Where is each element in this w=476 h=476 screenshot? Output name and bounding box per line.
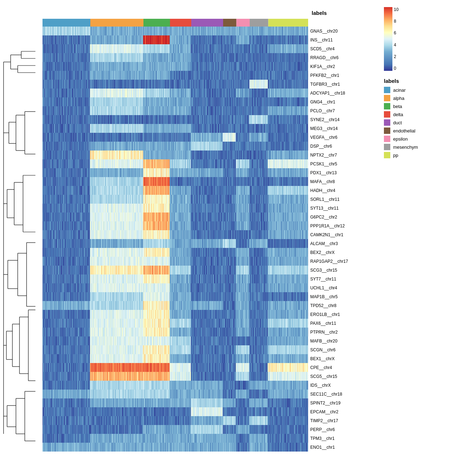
gene-label: PTPRN__chr2 bbox=[310, 330, 348, 334]
gene-label: EPCAM__chr2 bbox=[310, 410, 348, 414]
gene-label: TPD52__chr8 bbox=[310, 304, 348, 308]
legend-item: mesenchym bbox=[384, 144, 476, 150]
gene-label: INS__chr11 bbox=[310, 38, 348, 42]
colorbar-section: 1086420 bbox=[384, 7, 476, 71]
gene-label: CPE__chr4 bbox=[310, 366, 348, 370]
gene-label: TIMP2__chr17 bbox=[310, 419, 348, 423]
legend-item: epsilon bbox=[384, 136, 476, 142]
gene-label: SYNE2__chr14 bbox=[310, 118, 348, 122]
right-panel: 1086420 labels acinaralphabetadeltaducte… bbox=[377, 0, 476, 476]
gene-label: PPP1R1A__chr12 bbox=[310, 224, 348, 228]
gene-label: IDS__chrX bbox=[310, 383, 348, 387]
gene-label: PCLO__chr7 bbox=[310, 109, 348, 113]
gene-label: DSP__chr6 bbox=[310, 144, 348, 148]
legend-item: endothelial bbox=[384, 128, 476, 134]
gene-label: BEX2__chrX bbox=[310, 250, 348, 255]
gene-label: SCG5__chr15 bbox=[310, 374, 348, 379]
main-container: labels GNAS__chr20INS__chr11SCD5__chr4RR… bbox=[0, 0, 476, 476]
legend-item: pp bbox=[384, 152, 476, 158]
colorbar-gradient bbox=[384, 7, 392, 71]
legend-item: alpha bbox=[384, 95, 476, 101]
heatmap bbox=[42, 27, 308, 452]
colorbar-tick: 6 bbox=[394, 30, 398, 35]
top-color-bar bbox=[42, 19, 308, 27]
gene-label: SCD5__chr4 bbox=[310, 47, 348, 51]
heatmap-area: labels GNAS__chr20INS__chr11SCD5__chr4RR… bbox=[42, 0, 377, 476]
colorbar-tick: 4 bbox=[394, 42, 398, 47]
gene-label: SORL1__chr11 bbox=[310, 197, 348, 202]
gene-label: HADH__chr4 bbox=[310, 188, 348, 193]
gene-label: SYT7__chr11 bbox=[310, 277, 348, 281]
legend-color-box bbox=[384, 103, 390, 109]
legend-label: pp bbox=[393, 153, 398, 158]
gene-label: MAFA__chr8 bbox=[310, 180, 348, 184]
gene-label: RAP1GAP2__chr17 bbox=[310, 259, 348, 264]
gene-label: PERP__chr6 bbox=[310, 427, 348, 432]
legend-color-box bbox=[384, 119, 390, 126]
legend-color-box bbox=[384, 95, 390, 101]
legend-label: acinar bbox=[393, 87, 406, 93]
legend-label: delta bbox=[393, 112, 403, 117]
gene-label: SPINT2__chr19 bbox=[310, 401, 348, 405]
gene-label: SCGN__chr6 bbox=[310, 348, 348, 352]
legend-item: acinar bbox=[384, 87, 476, 93]
gene-label: BEX1__chrX bbox=[310, 357, 348, 361]
left-dendrogram bbox=[0, 27, 42, 459]
gene-label: PDX1__chr13 bbox=[310, 171, 348, 175]
legend-label: duct bbox=[393, 120, 402, 125]
legend-label: endothelial bbox=[393, 128, 415, 134]
gene-label: TPM3__chr1 bbox=[310, 436, 348, 441]
legend-color-box bbox=[384, 136, 390, 142]
gene-label: NPTX2__chr7 bbox=[310, 153, 348, 157]
gene-label: G6PC2__chr2 bbox=[310, 215, 348, 219]
colorbar-tick: 2 bbox=[394, 54, 398, 59]
gene-label: ENO1__chr1 bbox=[310, 445, 348, 449]
colorbar-tick: 0 bbox=[394, 66, 398, 71]
top-bar: labels bbox=[42, 0, 377, 27]
legend-color-box bbox=[384, 128, 390, 134]
legend-item: delta bbox=[384, 111, 476, 118]
legend-items: acinaralphabetadeltaductendothelialepsil… bbox=[384, 87, 476, 160]
legend-title: labels bbox=[384, 78, 476, 84]
legend-color-box bbox=[384, 152, 390, 158]
legend-color-box bbox=[384, 87, 390, 93]
gene-label: MAP1B__chr5 bbox=[310, 295, 348, 299]
gene-label: GNG4__chr1 bbox=[310, 100, 348, 104]
gene-label: ADCYAP1__chr18 bbox=[310, 91, 348, 95]
gene-label: ALCAM__chr3 bbox=[310, 242, 348, 246]
gene-label: GNAS__chr20 bbox=[310, 29, 348, 33]
gene-label: MAFB__chr20 bbox=[310, 339, 348, 343]
gene-label: SEC11C__chr18 bbox=[310, 392, 348, 396]
legend-label: beta bbox=[393, 104, 402, 109]
legend-item: beta bbox=[384, 103, 476, 109]
gene-label: KIF1A__chr2 bbox=[310, 64, 348, 69]
gene-label: ERO1LB__chr1 bbox=[310, 312, 348, 317]
legend-label: epsilon bbox=[393, 136, 408, 142]
legend-label: mesenchym bbox=[393, 144, 418, 150]
legend-color-box bbox=[384, 111, 390, 118]
top-colorbar-title: labels bbox=[312, 10, 327, 16]
gene-label: SYT13__chr11 bbox=[310, 206, 348, 210]
gene-label: PAX6__chr11 bbox=[310, 321, 348, 325]
gene-label: RRAGD__chr6 bbox=[310, 56, 348, 60]
legend-label: alpha bbox=[393, 96, 404, 101]
gene-label: UCHL1__chr4 bbox=[310, 286, 348, 290]
gene-label: TGFBR3__chr1 bbox=[310, 82, 348, 86]
legend-color-box bbox=[384, 144, 390, 150]
colorbar-tick: 10 bbox=[394, 7, 398, 12]
gene-label: SCG3__chr15 bbox=[310, 268, 348, 272]
gene-labels: GNAS__chr20INS__chr11SCD5__chr4RRAGD__ch… bbox=[308, 27, 348, 452]
gene-label: CAMK2N1__chr1 bbox=[310, 233, 348, 237]
gene-label: PFKFB2__chr1 bbox=[310, 73, 348, 78]
gene-label: VEGFA__chr6 bbox=[310, 135, 348, 140]
gene-label: PCSK1__chr5 bbox=[310, 162, 348, 166]
colorbar-tick: 8 bbox=[394, 19, 398, 24]
legend-item: duct bbox=[384, 119, 476, 126]
colorbar-ticks: 1086420 bbox=[394, 7, 398, 71]
gene-label: MEG3__chr14 bbox=[310, 126, 348, 131]
heatmap-and-labels: GNAS__chr20INS__chr11SCD5__chr4RRAGD__ch… bbox=[42, 27, 377, 452]
